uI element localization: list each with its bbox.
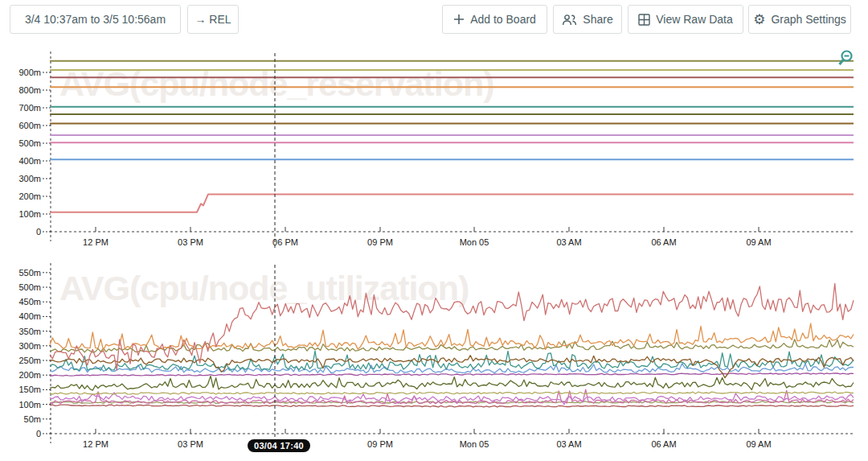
y-tick-label: 0 [36, 429, 41, 438]
zoom-out-icon[interactable] [836, 49, 855, 70]
x-tick-label: 09 AM [746, 237, 771, 247]
series-line [50, 283, 854, 370]
y-tick-label: 100m [18, 209, 41, 219]
y-tick-label: 200m [18, 191, 41, 201]
time-range-label: 3/4 10:37am to 3/5 10:56am [25, 13, 166, 26]
add-to-board-button[interactable]: Add to Board [442, 5, 547, 34]
x-tick-label: 06 PM [272, 237, 298, 247]
series-line [50, 373, 854, 376]
share-label: Share [583, 13, 612, 26]
x-tick-label: 06 AM [651, 439, 676, 449]
x-tick-label: 03 AM [556, 439, 581, 449]
graph-settings-label: Graph Settings [771, 13, 845, 26]
y-tick-label: 0 [36, 227, 41, 237]
y-tick-label: 450m [18, 297, 41, 307]
y-tick-label: 700m [18, 103, 41, 113]
graph-settings-button[interactable]: ⚙ Graph Settings [748, 5, 851, 34]
share-people-icon [562, 14, 577, 26]
x-tick-label: 03 PM [178, 237, 203, 247]
toolbar: 3/4 10:37am to 3/5 10:56am → REL Add to … [0, 0, 868, 40]
x-tick-label: 12 PM [83, 237, 108, 247]
x-tick-label: 09 AM [746, 439, 771, 449]
plus-icon [453, 14, 465, 25]
y-tick-label: 600m [18, 121, 41, 130]
x-tick-label: 12 PM [83, 439, 108, 449]
x-tick-label: 09 PM [367, 439, 393, 449]
time-range-button[interactable]: 3/4 10:37am to 3/5 10:56am [10, 5, 181, 34]
series-line [50, 392, 854, 394]
series-line [50, 405, 854, 407]
x-tick-label: 09 PM [367, 237, 393, 247]
gear-icon: ⚙ [753, 13, 765, 27]
y-tick-label: 500m [18, 282, 41, 292]
y-tick-label: 100m [18, 400, 41, 410]
x-tick-label: 03 PM [178, 439, 203, 449]
y-tick-label: 150m [18, 385, 41, 394]
view-raw-data-button[interactable]: View Raw Data [628, 5, 743, 34]
y-tick-label: 400m [18, 311, 41, 321]
y-tick-label: 550m [18, 268, 41, 278]
grid-table-icon [638, 14, 650, 26]
y-tick-label: 400m [18, 156, 41, 166]
rel-label: → REL [194, 13, 231, 26]
y-tick-label: 250m [18, 356, 41, 365]
series-line [50, 194, 854, 212]
y-tick-label: 50m [24, 414, 41, 424]
series-line [50, 376, 854, 390]
rel-button[interactable]: → REL [187, 5, 239, 34]
add-to-board-label: Add to Board [470, 13, 536, 26]
y-tick-label: 500m [18, 138, 41, 148]
y-tick-label: 300m [18, 174, 41, 183]
y-tick-label: 350m [18, 327, 41, 336]
x-tick-label: 06 AM [651, 237, 676, 247]
view-raw-data-label: View Raw Data [656, 13, 732, 26]
y-tick-label: 300m [18, 341, 41, 351]
y-tick-label: 200m [18, 370, 41, 380]
share-button[interactable]: Share [553, 5, 622, 34]
crosshair-time-label: 03/04 17:40 [248, 439, 310, 452]
x-tick-label: 03 AM [556, 237, 581, 247]
y-tick-label: 900m [18, 68, 41, 77]
x-tick-label: Mon 05 [460, 237, 489, 247]
charts-canvas[interactable]: 0100m200m300m400m500m600m700m800m900m12 … [0, 0, 868, 461]
x-tick-label: Mon 05 [460, 439, 489, 449]
y-tick-label: 800m [18, 85, 41, 95]
